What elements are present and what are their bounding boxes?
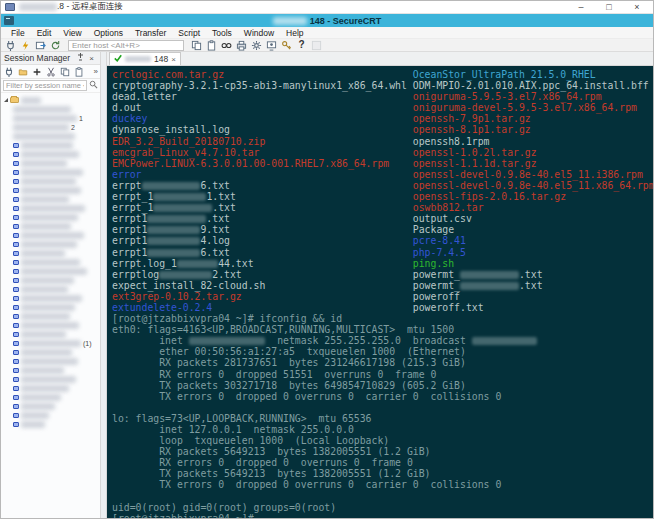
session-row[interactable] <box>3 150 100 159</box>
menu-file[interactable]: File <box>5 28 31 38</box>
reconnect-icon[interactable] <box>49 39 62 51</box>
terminal[interactable]: crclogic.com.tar.gzOceanStor_UltraPath_2… <box>107 66 653 519</box>
terminal-text: poweroff <box>413 291 460 302</box>
session-row[interactable] <box>3 231 100 240</box>
session-row[interactable] <box>3 168 100 177</box>
terminal-line: TX errors 0 dropped 0 overruns 0 carrier… <box>112 391 653 402</box>
minimize-button[interactable]: – <box>567 1 595 13</box>
redacted-session-name <box>21 403 55 410</box>
connect-session-icon[interactable] <box>3 66 15 78</box>
options-icon[interactable] <box>250 39 263 51</box>
session-monitor-icon <box>13 413 19 418</box>
terminal-line: ext3grep-0.10.2.tar.gzpoweroff <box>112 291 653 302</box>
session-count-label: (1) <box>83 340 92 347</box>
session-row[interactable] <box>3 411 100 420</box>
host-input[interactable] <box>68 40 184 51</box>
tab-close-icon[interactable]: × <box>171 55 176 64</box>
search-icon <box>89 80 98 91</box>
menu-options[interactable]: Options <box>88 28 129 38</box>
paste-icon[interactable] <box>205 39 218 51</box>
session-row[interactable]: 1 <box>3 114 100 123</box>
terminal-text: openssl-devel-0.9.8e-40.el5_11.x86_64.rp… <box>413 180 653 191</box>
terminal-text: openssh-7.9p1.tar.gz <box>413 113 531 124</box>
session-row[interactable] <box>3 195 100 204</box>
session-row[interactable] <box>3 402 100 411</box>
rdp-titlebar: .8 - 远程桌面连接 – □ × <box>1 1 653 14</box>
session-row[interactable] <box>3 348 100 357</box>
session-row[interactable] <box>3 132 100 141</box>
session-monitor-icon <box>13 359 19 364</box>
session-row[interactable] <box>3 303 100 312</box>
session-tab[interactable]: 148 × <box>109 52 181 65</box>
rdp-app-icon <box>5 3 15 11</box>
session-row[interactable] <box>3 420 100 429</box>
session-row[interactable] <box>3 285 100 294</box>
folder-icon[interactable] <box>17 66 29 78</box>
session-row[interactable] <box>3 276 100 285</box>
print-icon[interactable] <box>235 39 248 51</box>
terminal-line: d.outoniguruma-devel-5.9.5-3.el7.x86_64.… <box>112 102 653 113</box>
menu-edit[interactable]: Edit <box>31 28 58 38</box>
session-row[interactable] <box>3 375 100 384</box>
panel-close-icon[interactable]: × <box>86 54 97 63</box>
menu-window[interactable]: Window <box>238 28 280 38</box>
connect-icon[interactable] <box>4 39 17 51</box>
redacted-text <box>147 249 200 257</box>
session-row[interactable] <box>3 312 100 321</box>
session-row[interactable] <box>3 240 100 249</box>
quick-connect-icon[interactable] <box>19 39 32 51</box>
menu-tools[interactable]: Tools <box>206 28 238 38</box>
session-filter-input[interactable] <box>3 80 87 91</box>
menu-view[interactable]: View <box>57 28 87 38</box>
terminal-line: errpt19.txtPackage <box>112 224 653 235</box>
session-row[interactable] <box>3 330 100 339</box>
toolbar-overflow-icon[interactable]: » <box>94 67 98 76</box>
terminal-line: errpt_11.txtopenssl-fips-2.0.16.tar.gz <box>112 191 653 202</box>
session-row[interactable] <box>3 213 100 222</box>
session-row[interactable] <box>3 222 100 231</box>
menu-transfer[interactable]: Transfer <box>129 28 172 38</box>
tabbed-connect-icon[interactable] <box>34 39 47 51</box>
terminal-text: OceanStor_UltraPath_21.5.0_RHEL <box>413 69 596 80</box>
session-row[interactable] <box>3 393 100 402</box>
pin-icon[interactable] <box>75 53 86 63</box>
session-row[interactable] <box>3 186 100 195</box>
terminal-line: RX errors 0 dropped 51551 overruns 0 fra… <box>112 369 653 380</box>
close-button[interactable]: × <box>623 1 651 13</box>
maximize-button[interactable]: □ <box>595 1 623 13</box>
keymap-icon[interactable] <box>280 39 293 51</box>
session-row[interactable] <box>3 159 100 168</box>
session-row[interactable] <box>3 141 100 150</box>
redacted-session-name <box>21 421 45 428</box>
session-row[interactable] <box>3 204 100 213</box>
menu-help[interactable]: Help <box>280 28 309 38</box>
terminal-text: errpt1 <box>112 235 147 246</box>
session-row[interactable] <box>3 366 100 375</box>
session-row[interactable] <box>3 357 100 366</box>
copy-icon[interactable] <box>190 39 203 51</box>
session-row[interactable] <box>3 249 100 258</box>
session-row[interactable]: (1) <box>3 339 100 348</box>
expander-icon[interactable] <box>4 98 8 102</box>
session-row[interactable] <box>3 267 100 276</box>
session-root-folder[interactable] <box>3 95 100 105</box>
redacted-session-name <box>21 223 71 230</box>
session-row[interactable] <box>3 384 100 393</box>
redacted-text <box>159 271 212 279</box>
session-row[interactable] <box>3 105 100 114</box>
copy-session-icon[interactable] <box>59 66 71 78</box>
session-row[interactable] <box>3 294 100 303</box>
paste-session-icon[interactable] <box>73 66 85 78</box>
find-icon[interactable] <box>220 39 233 51</box>
redacted-text <box>153 204 212 212</box>
session-row[interactable] <box>3 321 100 330</box>
session-options-icon[interactable] <box>265 39 278 51</box>
cut-icon[interactable] <box>45 66 57 78</box>
menu-script[interactable]: Script <box>172 28 206 38</box>
session-row[interactable]: 2 <box>3 123 100 132</box>
add-session-icon[interactable] <box>31 66 43 78</box>
session-monitor-icon <box>13 242 19 247</box>
session-row[interactable] <box>3 177 100 186</box>
help-icon[interactable]: ? <box>295 39 308 51</box>
session-row[interactable] <box>3 258 100 267</box>
